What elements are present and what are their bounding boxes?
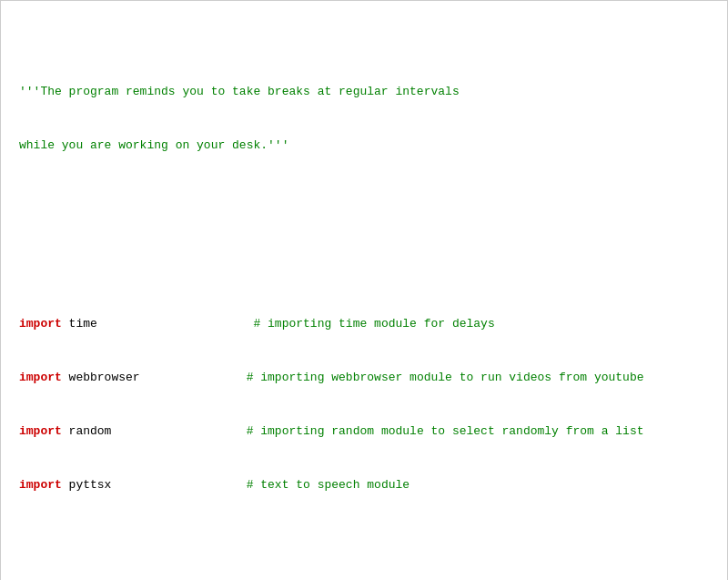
code-editor: '''The program reminds you to take break… <box>0 0 728 580</box>
module-time: time <box>62 317 254 331</box>
keyword-import-2: import <box>19 371 62 384</box>
import-random: import random # importing random module … <box>19 422 720 441</box>
blank-line-1 <box>19 226 720 244</box>
keyword-import-1: import <box>19 317 62 331</box>
module-webbrowser: webbrowser <box>62 371 247 384</box>
comment-webbrowser: # importing webbrowser module to run vid… <box>247 371 644 384</box>
line-docstring-2: while you are working on your desk.''' <box>19 137 720 155</box>
import-pyttsx: import pyttsx # text to speech module <box>19 476 720 494</box>
docstring-line1: '''The program reminds you to take break… <box>19 83 720 101</box>
import-webbrowser: import webbrowser # importing webbrowser… <box>19 369 720 387</box>
code-content: '''The program reminds you to take break… <box>1 8 727 580</box>
blank-line-2 <box>19 565 720 580</box>
line-docstring-1: '''The program reminds you to take break… <box>19 83 720 101</box>
keyword-import-4: import <box>19 478 62 492</box>
keyword-import-3: import <box>19 424 62 438</box>
module-random: random <box>62 424 247 438</box>
comment-time: # importing time module for delays <box>253 317 494 331</box>
docstring-line2: while you are working on your desk.''' <box>19 137 720 155</box>
module-pyttsx: pyttsx <box>62 478 247 492</box>
comment-pyttsx: # text to speech module <box>247 478 410 492</box>
comment-random: # importing random module to select rand… <box>247 424 644 438</box>
import-time: import time # importing time module for … <box>19 315 720 333</box>
